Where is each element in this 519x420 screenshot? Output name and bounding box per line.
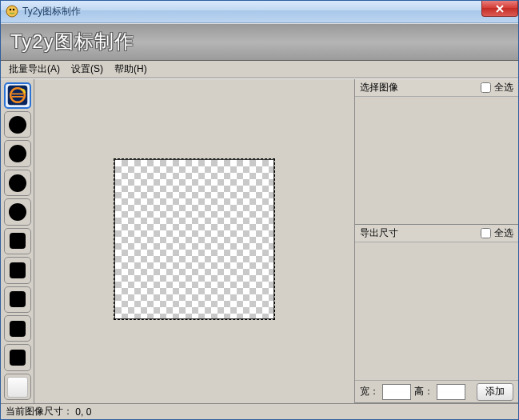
- thumb-0[interactable]: [4, 82, 31, 109]
- right-pane: 选择图像 全选 导出尺寸 全选 宽: [355, 79, 518, 404]
- export-size-all-label: 全选: [494, 226, 513, 240]
- thumb-3[interactable]: [4, 170, 31, 196]
- canvas-area[interactable]: [34, 79, 355, 404]
- export-size-all-checkbox[interactable]: [481, 228, 491, 238]
- thumb-2[interactable]: [4, 140, 31, 166]
- rounded-square-icon: [10, 291, 26, 307]
- thumb-9[interactable]: [4, 344, 31, 370]
- editor-canvas[interactable]: [114, 159, 274, 319]
- circle-icon: [9, 203, 26, 221]
- rounded-square-icon: [10, 233, 26, 249]
- select-image-all-label: 全选: [494, 81, 513, 94]
- thumb-8[interactable]: [4, 315, 31, 342]
- thumb-6[interactable]: [4, 257, 31, 283]
- menu-help[interactable]: 帮助(H): [114, 62, 147, 76]
- window-title: Ty2y图标制作: [22, 5, 81, 18]
- title-bar[interactable]: Ty2y图标制作: [1, 1, 518, 23]
- export-size-controls: 宽： 高： 添加: [355, 380, 518, 402]
- width-input[interactable]: [382, 384, 411, 400]
- status-bar: 当前图像尺寸： 0, 0: [1, 403, 518, 419]
- app-window: Ty2y图标制作 Ty2y图标制作 批量导出(A) 设置(S) 帮助(H) 选择…: [0, 0, 519, 420]
- svg-point-2: [13, 9, 14, 10]
- thumb-5[interactable]: [4, 228, 31, 254]
- select-image-all-checkbox[interactable]: [481, 82, 491, 93]
- export-size-title: 导出尺寸: [360, 226, 398, 240]
- app-icon: [6, 5, 18, 18]
- select-image-list[interactable]: [355, 97, 518, 224]
- thumb-1[interactable]: [4, 111, 31, 138]
- export-size-list[interactable]: [355, 242, 518, 381]
- menu-batch-export[interactable]: 批量导出(A): [9, 62, 60, 76]
- width-label: 宽：: [360, 385, 379, 398]
- close-button[interactable]: [481, 1, 518, 17]
- select-image-all[interactable]: 全选: [481, 81, 513, 94]
- export-size-header: 导出尺寸 全选: [355, 225, 518, 242]
- select-image-title: 选择图像: [360, 81, 398, 94]
- menu-settings[interactable]: 设置(S): [71, 62, 103, 76]
- empty-thumb: [7, 377, 28, 398]
- select-image-header: 选择图像 全选: [355, 79, 518, 97]
- app-header: Ty2y图标制作: [1, 23, 518, 61]
- app-title: Ty2y图标制作: [10, 29, 134, 54]
- menu-bar: 批量导出(A) 设置(S) 帮助(H): [1, 61, 518, 78]
- circle-icon: [9, 145, 26, 162]
- height-input[interactable]: [437, 384, 465, 400]
- rounded-square-icon: [10, 350, 26, 366]
- height-label: 高：: [414, 385, 433, 398]
- select-image-panel: 选择图像 全选: [355, 79, 518, 225]
- status-value: 0, 0: [75, 406, 91, 418]
- main-area: 选择图像 全选 导出尺寸 全选 宽: [1, 78, 518, 404]
- export-size-panel: 导出尺寸 全选 宽： 高： 添加: [355, 225, 518, 404]
- status-label: 当前图像尺寸：: [6, 405, 73, 418]
- svg-point-1: [10, 9, 11, 10]
- thumb-4[interactable]: [4, 198, 31, 225]
- thumb-7[interactable]: [4, 286, 31, 313]
- svg-point-0: [6, 6, 18, 17]
- circle-icon: [9, 174, 26, 192]
- rounded-square-icon: [10, 321, 26, 337]
- rounded-square-icon: [10, 262, 26, 278]
- export-size-all[interactable]: 全选: [481, 226, 513, 240]
- thumb-10[interactable]: [4, 374, 31, 400]
- thumbnail-strip: [1, 79, 34, 404]
- circle-icon: [9, 116, 26, 134]
- add-size-button[interactable]: 添加: [477, 383, 513, 401]
